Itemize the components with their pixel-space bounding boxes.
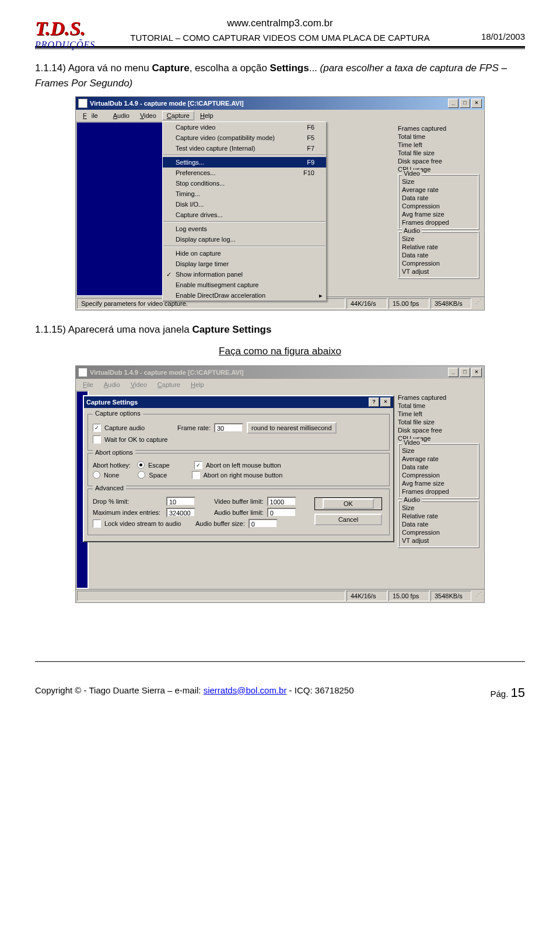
abort-right-checkbox[interactable] (192, 471, 200, 479)
advanced-group: Advanced Drop % limit: 10 Video buffer l… (88, 489, 390, 535)
help-button[interactable]: ? (369, 397, 379, 407)
menu-audio: Audio (99, 380, 125, 389)
menu-capture: Capture (153, 380, 185, 389)
minimize-button[interactable]: _ (448, 99, 459, 108)
header-tutorial: TUTORIAL – COMO CAPTURAR VIDEOS COM UMA … (35, 33, 525, 43)
info-audio-group: Audio Size Relative rate Data rate Compr… (398, 500, 480, 548)
screenshot-2: VirtualDub 1.4.9 - capture mode [C:\CAPT… (75, 365, 485, 603)
app-icon (78, 99, 88, 108)
info-frames-captured: Frames captured (398, 125, 480, 132)
status-audio: 44K/16/s (346, 591, 387, 601)
menu-audio[interactable]: Audio (108, 111, 134, 120)
menubar-inactive: File Audio Video Capture Help (76, 379, 484, 390)
close-button[interactable]: × (471, 99, 482, 108)
menu-item-capture-video[interactable]: Capture videoF6 (163, 122, 326, 132)
logo: T.D.S. PRODUÇÕES (35, 18, 95, 50)
menu-file: File (78, 380, 98, 389)
resize-grip-icon[interactable]: ⋰ (473, 591, 483, 601)
dialog-close-button[interactable]: × (380, 397, 391, 407)
wait-ok-checkbox[interactable] (93, 435, 101, 444)
menu-item-display-log[interactable]: Display capture log... (163, 234, 326, 245)
dialog-titlebar: Capture Settings ? × (84, 396, 393, 408)
page-footer: Copyright © - Tiago Duarte Sierra – e-ma… (35, 685, 525, 695)
abort-hotkey-label: Abort hotkey: (93, 462, 134, 469)
ok-button[interactable]: OK (314, 497, 382, 510)
maximize-button[interactable]: □ (460, 99, 470, 108)
capture-settings-dialog: Capture Settings ? × Capture options ✓ C… (83, 395, 394, 542)
audio-size-input[interactable]: 0 (249, 519, 278, 528)
resize-grip-icon[interactable]: ⋰ (473, 298, 483, 309)
email-link[interactable]: sierratds@bol.com.br (204, 685, 287, 695)
radio-none[interactable] (93, 471, 100, 479)
minimize-button[interactable]: _ (448, 368, 459, 377)
cancel-button[interactable]: Cancel (314, 514, 382, 525)
header-rule-thin (35, 48, 525, 49)
menu-item-test-capture[interactable]: Test video capture (Internal)F7 (163, 143, 326, 154)
menu-help[interactable]: Help (195, 111, 218, 120)
status-kb: 3548KB/s (430, 591, 471, 601)
capture-menu-dropdown: Capture videoF6 Capture video (compatibi… (162, 121, 327, 301)
maximize-button[interactable]: □ (460, 368, 470, 377)
screenshot-1: VirtualDub 1.4.9 - capture mode [C:\CAPT… (75, 96, 485, 311)
menu-item-show-info-panel[interactable]: ✓Show information panel (163, 269, 326, 280)
menu-item-preferences[interactable]: Preferences...F10 (163, 168, 326, 178)
frame-rate-input[interactable]: 30 (214, 423, 243, 433)
status-fps: 15.00 fps (388, 591, 429, 601)
frame-rate-label: Frame rate: (177, 424, 211, 431)
window-titlebar-inactive: VirtualDub 1.4.9 - capture mode [C:\CAPT… (76, 366, 484, 379)
header-date: 18/01/2003 (481, 32, 525, 41)
info-total-time: Total time (398, 133, 480, 140)
submenu-arrow-icon: ▸ (319, 292, 323, 299)
abort-left-checkbox[interactable]: ✓ (194, 461, 202, 469)
menu-file[interactable]: File (78, 111, 107, 120)
wait-ok-label: Wait for OK to capture (104, 436, 167, 443)
info-video-title: Video (402, 170, 422, 177)
menu-item-capture-drives[interactable]: Capture drives... (163, 210, 326, 220)
radio-escape[interactable] (137, 461, 145, 469)
copyright-text: Copyright © - Tiago Duarte Sierra – e-ma… (35, 685, 204, 695)
app-icon (78, 368, 88, 377)
radio-space[interactable] (138, 471, 145, 479)
menu-item-capture-compat[interactable]: Capture video (compatibility mode)F5 (163, 132, 326, 143)
window-title: VirtualDub 1.4.9 - capture mode [C:\CAPT… (90, 100, 448, 107)
menu-item-large-timer[interactable]: Display large timer (163, 259, 326, 269)
status-text (77, 591, 345, 601)
menu-item-settings[interactable]: Settings...F9 (163, 157, 326, 168)
menubar: File Audio Video Capture Help (76, 110, 484, 121)
menu-item-disk-io[interactable]: Disk I/O... (163, 199, 326, 210)
icq-text: - ICQ: 36718250 (286, 685, 354, 695)
menu-help: Help (186, 380, 209, 389)
video-buffer-input[interactable]: 1000 (267, 497, 296, 506)
step-2-text: 1.1.15) Aparecerá uma nova janela Captur… (35, 322, 525, 337)
capture-audio-checkbox[interactable]: ✓ (93, 424, 101, 432)
menu-video[interactable]: Video (135, 111, 161, 120)
audio-buffer-label: Audio buffer limit: (214, 509, 264, 516)
audio-buffer-input[interactable]: 0 (267, 508, 296, 517)
drop-limit-label: Drop % limit: (93, 498, 163, 505)
menu-separator (163, 155, 326, 156)
max-index-input[interactable]: 324000 (166, 508, 195, 517)
menu-separator (163, 221, 326, 222)
menu-item-log-events[interactable]: Log events (163, 224, 326, 234)
window-title: VirtualDub 1.4.9 - capture mode [C:\CAPT… (90, 369, 448, 376)
status-audio: 44K/16/s (346, 298, 387, 309)
menu-item-multisegment[interactable]: Enable multisegment capture (163, 280, 326, 290)
close-button[interactable]: × (471, 368, 482, 377)
info-panel: Frames captured Total time Time left Tot… (393, 390, 484, 589)
menu-item-timing[interactable]: Timing... (163, 189, 326, 199)
menu-item-hide-on-capture[interactable]: Hide on capture (163, 248, 326, 259)
menu-capture[interactable]: Capture (162, 111, 194, 120)
status-kb: 3548KB/s (430, 298, 471, 309)
capture-audio-label: Capture audio (104, 424, 145, 431)
drop-limit-input[interactable]: 10 (166, 497, 195, 506)
info-video-group: Video Size Average rate Data rate Compre… (398, 443, 480, 499)
page-header: T.D.S. PRODUÇÕES www.centralmp3.com.br T… (35, 18, 525, 45)
logo-main: T.D.S. (35, 18, 95, 40)
round-ms-button[interactable]: round to nearest millisecond (247, 422, 337, 434)
info-audio-title: Audio (402, 227, 422, 234)
info-panel: Frames captured Total time Time left Tot… (393, 121, 484, 297)
step-2-caption: Faça como na figura abaixo (35, 346, 525, 357)
menu-item-directdraw[interactable]: Enable DirectDraw acceleration▸ (163, 290, 326, 301)
lock-video-checkbox[interactable] (93, 519, 101, 528)
menu-item-stop-conditions[interactable]: Stop conditions... (163, 178, 326, 189)
